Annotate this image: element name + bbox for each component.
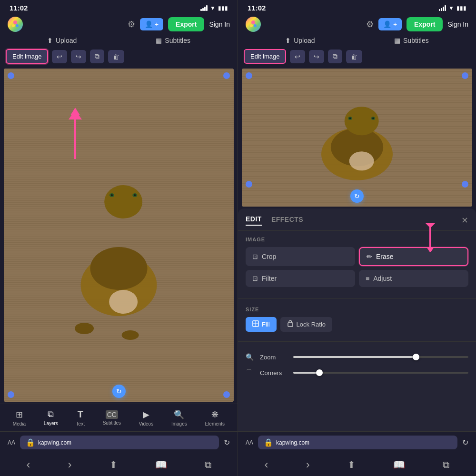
cat-image-left: [4, 69, 234, 402]
redo-button-right[interactable]: ↪: [309, 50, 324, 63]
edit-toolbar-right: Edit image ↩ ↪ ⧉ 🗑: [238, 46, 476, 67]
tabs-button-right[interactable]: ⧉: [443, 459, 449, 470]
add-user-icon-left: 👤: [145, 20, 153, 28]
upload-icon-left: ⬆: [47, 37, 53, 44]
add-icon-right: +: [393, 20, 397, 28]
refresh-button-right[interactable]: ↻: [462, 438, 468, 447]
tabs-button-left[interactable]: ⧉: [205, 459, 211, 470]
upload-button-left[interactable]: ⬆ Upload: [47, 37, 77, 44]
gear-button-right[interactable]: ⚙: [366, 19, 374, 30]
deck-bg: [4, 69, 234, 402]
subtitles-button-left[interactable]: ▦ Subtitles: [156, 37, 190, 44]
undo-button-left[interactable]: ↩: [52, 50, 67, 63]
sign-in-button-right[interactable]: Sign In: [447, 20, 468, 28]
url-bar-left[interactable]: 🔒 kapwing.com: [20, 436, 219, 449]
export-button-left[interactable]: Export: [168, 17, 204, 31]
refresh-button-left[interactable]: ↻: [224, 438, 230, 447]
delete-button-right[interactable]: 🗑: [346, 50, 362, 63]
zoom-slider-thumb[interactable]: [413, 354, 419, 360]
svg-point-7: [90, 247, 148, 290]
svg-point-13: [134, 194, 136, 196]
svg-point-12: [111, 194, 113, 196]
layers-icon: ⧉: [48, 409, 54, 419]
bookmark-button-right[interactable]: 📖: [393, 459, 405, 470]
bookmark-button-left[interactable]: 📖: [155, 459, 167, 470]
filter-button[interactable]: ⊡ Filter: [246, 270, 355, 287]
handle-top-right[interactable]: [223, 72, 230, 79]
elements-tool[interactable]: ❋ Elements: [205, 409, 225, 426]
delete-button-left[interactable]: 🗑: [108, 50, 124, 63]
tab-edit[interactable]: EDIT: [246, 215, 262, 226]
zoom-slider-track[interactable]: [293, 356, 468, 358]
subtitles-tool[interactable]: CC Subtitles: [103, 410, 121, 426]
back-button-left[interactable]: ‹: [27, 458, 30, 471]
upload-button-right[interactable]: ⬆ Upload: [285, 37, 315, 44]
small-handle-top-left[interactable]: [246, 72, 252, 79]
crop-button[interactable]: ⊡ Crop: [246, 247, 355, 266]
center-control-button-left[interactable]: ↻: [112, 385, 126, 398]
duplicate-button-left[interactable]: ⧉: [90, 50, 104, 63]
adjust-button[interactable]: ≡ Adjust: [359, 270, 468, 287]
media-tool[interactable]: ⊞ Media: [13, 409, 26, 426]
handle-top-left[interactable]: [8, 72, 14, 79]
zoom-section: 🔍 Zoom ⌒ Corners: [238, 344, 476, 387]
tab-effects[interactable]: EFFECTS: [271, 215, 303, 226]
forward-button-left[interactable]: ›: [68, 458, 72, 471]
url-bar-right[interactable]: 🔒 kapwing.com: [258, 436, 457, 449]
export-button-right[interactable]: Export: [407, 17, 443, 31]
small-handle-bottom-right[interactable]: [462, 181, 468, 188]
handle-bottom-right[interactable]: [223, 391, 230, 398]
browser-bar-left: AA 🔒 kapwing.com ↻: [0, 431, 238, 453]
svg-point-9: [104, 185, 142, 218]
corners-slider-thumb[interactable]: [316, 369, 323, 376]
erase-button[interactable]: ✏ Erase: [359, 247, 468, 266]
add-user-button-left[interactable]: 👤 +: [140, 18, 163, 30]
share-button-left[interactable]: ⬆: [109, 459, 118, 470]
corners-slider-fill: [293, 372, 319, 374]
duplicate-button-right[interactable]: ⧉: [328, 50, 342, 63]
add-user-icon-right: 👤: [383, 20, 391, 28]
images-tool[interactable]: 🔍 Images: [171, 409, 187, 426]
back-button-right[interactable]: ‹: [265, 458, 268, 471]
browser-nav-left: ‹ › ⬆ 📖 ⧉: [0, 453, 238, 476]
layers-tool[interactable]: ⧉ Layers: [44, 409, 58, 426]
text-tool[interactable]: T Text: [76, 409, 85, 426]
gear-button-left[interactable]: ⚙: [128, 19, 135, 30]
edit-toolbar-left: Edit image ↩ ↪ ⧉ 🗑: [0, 46, 238, 67]
share-button-right[interactable]: ⬆: [347, 459, 356, 470]
nav-right-left: ⚙ 👤 + Export Sign In: [128, 17, 230, 31]
svg-marker-18: [70, 108, 80, 115]
canvas-left[interactable]: ↻: [4, 69, 234, 402]
small-handle-bottom-left[interactable]: [246, 181, 252, 188]
small-handle-top-right[interactable]: [462, 72, 468, 79]
image-tools-wrapper: ⊡ Crop ✏ Erase ⊡ Filter ≡ Adjust: [246, 247, 468, 287]
svg-rect-39: [288, 323, 293, 327]
close-panel-button[interactable]: ✕: [461, 215, 468, 226]
add-user-button-right[interactable]: 👤 +: [378, 18, 402, 30]
forward-button-right[interactable]: ›: [306, 458, 310, 471]
svg-point-8: [109, 290, 138, 314]
canvas-right[interactable]: ↻: [242, 69, 472, 207]
adjust-icon: ≡: [366, 275, 369, 282]
handle-bottom-left[interactable]: [8, 391, 14, 398]
wifi-icon-left: ▼: [210, 5, 216, 11]
lock-ratio-button[interactable]: Lock Ratio: [280, 317, 332, 332]
videos-tool[interactable]: ▶ Videos: [139, 409, 153, 426]
svg-point-31: [349, 118, 351, 119]
subtitles-icon-right: ▦: [394, 37, 400, 44]
signal-icon-left: [200, 5, 208, 11]
upload-icon-right: ⬆: [285, 37, 291, 44]
sign-in-button-left[interactable]: Sign In: [209, 20, 230, 28]
undo-button-right[interactable]: ↩: [290, 50, 305, 63]
svg-rect-5: [4, 69, 234, 402]
fill-button[interactable]: Fill: [246, 317, 277, 332]
edit-image-button-left[interactable]: Edit image: [6, 49, 48, 64]
redo-button-left[interactable]: ↪: [71, 50, 86, 63]
bottom-toolbar-left: ⊞ Media ⧉ Layers T Text CC Subtitles ▶ V…: [0, 404, 238, 431]
divider-2: [238, 341, 476, 342]
corners-slider-track[interactable]: [293, 372, 468, 374]
center-control-button-right[interactable]: ↻: [350, 189, 364, 203]
subtitles-button-right[interactable]: ▦ Subtitles: [394, 37, 429, 44]
elements-icon: ❋: [211, 409, 218, 420]
edit-image-button-right[interactable]: Edit image: [244, 49, 286, 64]
